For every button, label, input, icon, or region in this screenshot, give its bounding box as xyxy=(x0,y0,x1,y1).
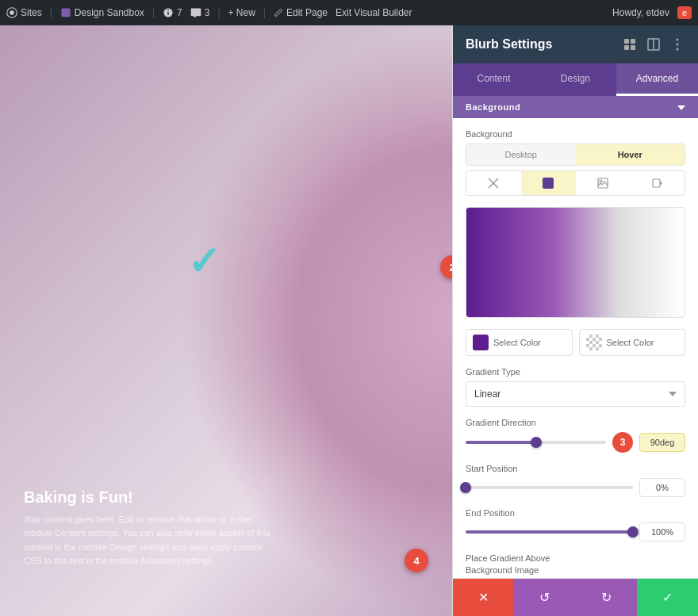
svg-point-10 xyxy=(677,44,679,46)
gradient-direction-label: Gradient Direction xyxy=(466,418,685,427)
bg-video-icon[interactable] xyxy=(630,171,685,195)
gradient-type-group: Gradient Type Linear Radial xyxy=(466,367,685,407)
comment-count[interactable]: 3 xyxy=(190,7,210,18)
place-gradient-group: Place Gradient Above Background Image YE… xyxy=(466,553,685,578)
start-position-label: Start Position xyxy=(466,464,685,473)
color-swatch-2 xyxy=(586,335,602,350)
redo-button[interactable]: ↻ xyxy=(576,579,637,616)
bg-color-icon[interactable] xyxy=(521,171,576,195)
svg-rect-5 xyxy=(624,45,629,50)
panel-split-icon[interactable] xyxy=(646,36,662,52)
color-selector-2-label: Select Color xyxy=(607,338,654,347)
settings-panel: Blurb Settings Content Design Advanced xyxy=(452,25,698,616)
panel-header-icons xyxy=(622,36,685,52)
svg-rect-3 xyxy=(624,39,629,44)
color-swatch-1 xyxy=(473,335,489,350)
color-selectors: Select Color Select Color xyxy=(466,329,685,356)
end-position-slider-row: 100% xyxy=(466,522,685,541)
svg-rect-6 xyxy=(631,45,635,50)
bg-type-icon-row xyxy=(466,170,685,196)
panel-title: Blurb Settings xyxy=(466,37,552,52)
place-gradient-label: Place Gradient Above Background Image xyxy=(466,553,685,577)
start-position-slider-row: 0% xyxy=(466,478,685,497)
svg-point-1 xyxy=(10,10,14,15)
design-sandbox-link[interactable]: Design Sandbox xyxy=(60,7,144,18)
start-position-group: Start Position 0% xyxy=(466,464,685,497)
color-selector-2[interactable]: Select Color xyxy=(579,329,686,356)
canvas-background: ✓ Baking is Fun! Your content goes here.… xyxy=(0,25,452,616)
gradient-direction-value[interactable]: 90deg xyxy=(639,433,685,452)
end-position-slider[interactable] xyxy=(466,524,633,540)
gradient-type-select[interactable]: Linear Radial xyxy=(466,381,685,407)
panel-menu-icon[interactable] xyxy=(669,36,685,52)
exit-vb-link[interactable]: Exit Visual Builder xyxy=(336,7,412,18)
svg-rect-4 xyxy=(631,39,635,44)
sites-link[interactable]: Sites xyxy=(6,7,42,18)
canvas-text-block: Baking is Fun! Your content goes here. E… xyxy=(24,488,278,568)
svg-rect-2 xyxy=(61,8,70,17)
gradient-direction-slider[interactable] xyxy=(466,434,606,450)
start-position-value[interactable]: 0% xyxy=(639,478,685,497)
cancel-button[interactable]: ✕ xyxy=(453,579,514,616)
gradient-direction-slider-row: 3 90deg xyxy=(466,432,685,453)
desktop-hover-toggle[interactable]: Desktop Hover xyxy=(466,143,685,166)
reset-button[interactable]: ↺ xyxy=(514,579,575,616)
svg-point-16 xyxy=(600,180,602,182)
svg-point-11 xyxy=(677,48,679,51)
canvas-area: ✓ Baking is Fun! Your content goes here.… xyxy=(0,25,452,616)
step-badge-4[interactable]: 4 xyxy=(405,549,428,572)
svg-rect-14 xyxy=(543,178,554,189)
end-position-group: End Position 100% xyxy=(466,508,685,541)
section-collapse-icon[interactable] xyxy=(677,102,685,112)
panel-header: Blurb Settings xyxy=(453,25,698,63)
bg-none-icon[interactable] xyxy=(466,171,521,195)
settings-grid-icon[interactable] xyxy=(622,36,638,52)
desktop-toggle-btn[interactable]: Desktop xyxy=(466,144,576,165)
gradient-direction-group: Gradient Direction 3 xyxy=(466,418,685,453)
canvas-checkmark: ✓ xyxy=(187,239,221,285)
step-badge-3[interactable]: 3 xyxy=(612,432,633,453)
tab-design[interactable]: Design xyxy=(535,63,616,96)
background-group: Background Desktop Hover xyxy=(466,129,685,196)
start-position-slider[interactable] xyxy=(466,480,633,495)
panel-footer: ✕ ↺ ↻ ✓ xyxy=(453,578,698,616)
bg-image-icon[interactable] xyxy=(576,171,631,195)
panel-body: Background Background Desktop Hover xyxy=(453,96,698,578)
hover-toggle-btn[interactable]: Hover xyxy=(576,144,685,165)
background-label: Background xyxy=(466,129,685,139)
svg-point-9 xyxy=(677,39,679,41)
revision-count[interactable]: 7 xyxy=(163,7,182,18)
section-header-background[interactable]: Background xyxy=(453,96,698,118)
edit-page-link[interactable]: Edit Page xyxy=(274,7,328,18)
end-position-value[interactable]: 100% xyxy=(639,522,685,541)
new-button[interactable]: + New xyxy=(228,7,255,18)
svg-marker-18 xyxy=(660,181,662,186)
canvas-heading: Baking is Fun! xyxy=(24,488,278,507)
top-bar: Sites | Design Sandbox | 7 3 | + New | E… xyxy=(0,0,698,25)
canvas-body: Your content goes here. Edit or remove t… xyxy=(24,513,278,568)
tab-content[interactable]: Content xyxy=(453,63,535,96)
save-button[interactable]: ✓ xyxy=(637,579,698,616)
color-selector-1[interactable]: Select Color xyxy=(466,329,573,356)
tab-advanced[interactable]: Advanced xyxy=(616,63,698,96)
color-selector-1-label: Select Color xyxy=(493,338,541,347)
end-position-label: End Position xyxy=(466,508,685,518)
howdy-label: Howdy, etdev xyxy=(612,7,669,18)
user-badge: e xyxy=(677,6,692,19)
gradient-type-label: Gradient Type xyxy=(466,367,685,377)
gradient-preview xyxy=(466,207,685,318)
svg-rect-17 xyxy=(653,179,660,187)
form-area: Background Desktop Hover xyxy=(453,118,698,578)
panel-tabs: Content Design Advanced xyxy=(453,63,698,96)
